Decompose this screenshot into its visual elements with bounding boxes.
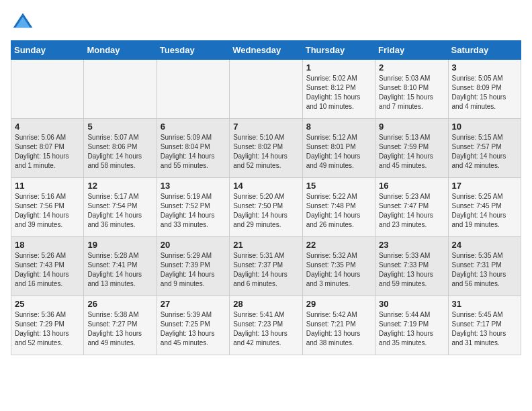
day-info: Sunrise: 5:35 AM Sunset: 7:31 PM Dayligh… xyxy=(452,251,517,289)
calendar-week-row: 1Sunrise: 5:02 AM Sunset: 8:12 PM Daylig… xyxy=(11,60,521,119)
day-number: 31 xyxy=(452,299,517,309)
day-number: 13 xyxy=(161,181,226,191)
calendar-cell: 14Sunrise: 5:20 AM Sunset: 7:50 PM Dayli… xyxy=(230,178,302,237)
calendar-cell: 30Sunrise: 5:44 AM Sunset: 7:19 PM Dayli… xyxy=(375,296,448,355)
day-info: Sunrise: 5:31 AM Sunset: 7:37 PM Dayligh… xyxy=(233,251,298,289)
day-number: 12 xyxy=(87,181,152,191)
day-number: 27 xyxy=(161,299,226,309)
calendar-cell: 25Sunrise: 5:36 AM Sunset: 7:29 PM Dayli… xyxy=(11,296,84,355)
day-number: 1 xyxy=(306,62,371,73)
day-number: 21 xyxy=(233,240,298,250)
calendar-cell: 19Sunrise: 5:28 AM Sunset: 7:41 PM Dayli… xyxy=(84,237,157,296)
day-info: Sunrise: 5:23 AM Sunset: 7:47 PM Dayligh… xyxy=(379,192,444,230)
calendar-cell: 15Sunrise: 5:22 AM Sunset: 7:48 PM Dayli… xyxy=(302,178,375,237)
day-number: 30 xyxy=(379,299,444,309)
calendar-cell: 9Sunrise: 5:13 AM Sunset: 7:59 PM Daylig… xyxy=(375,119,448,178)
day-number: 3 xyxy=(452,62,517,73)
calendar-cell: 13Sunrise: 5:19 AM Sunset: 7:52 PM Dayli… xyxy=(157,178,229,237)
calendar-cell: 5Sunrise: 5:07 AM Sunset: 8:06 PM Daylig… xyxy=(84,119,157,178)
day-number: 15 xyxy=(306,181,371,191)
day-number: 22 xyxy=(306,240,371,250)
day-number: 9 xyxy=(379,122,444,132)
day-number: 18 xyxy=(15,240,80,250)
calendar-cell: 26Sunrise: 5:38 AM Sunset: 7:27 PM Dayli… xyxy=(84,296,157,355)
day-info: Sunrise: 5:07 AM Sunset: 8:06 PM Dayligh… xyxy=(87,133,152,171)
day-number: 7 xyxy=(233,122,298,132)
weekday-header: Saturday xyxy=(448,41,521,60)
calendar-cell: 7Sunrise: 5:10 AM Sunset: 8:02 PM Daylig… xyxy=(230,119,302,178)
calendar-week-row: 11Sunrise: 5:16 AM Sunset: 7:56 PM Dayli… xyxy=(11,178,521,237)
calendar-cell: 2Sunrise: 5:03 AM Sunset: 8:10 PM Daylig… xyxy=(375,60,448,119)
calendar-cell: 20Sunrise: 5:29 AM Sunset: 7:39 PM Dayli… xyxy=(157,237,229,296)
day-info: Sunrise: 5:39 AM Sunset: 7:25 PM Dayligh… xyxy=(161,310,226,348)
day-info: Sunrise: 5:16 AM Sunset: 7:56 PM Dayligh… xyxy=(15,192,80,230)
day-number: 16 xyxy=(379,181,444,191)
day-number: 4 xyxy=(15,122,80,132)
weekday-header: Friday xyxy=(375,41,448,60)
weekday-header: Thursday xyxy=(302,41,375,60)
calendar-cell: 11Sunrise: 5:16 AM Sunset: 7:56 PM Dayli… xyxy=(11,178,84,237)
logo xyxy=(11,11,38,35)
day-number: 14 xyxy=(233,181,298,191)
calendar-table: SundayMondayTuesdayWednesdayThursdayFrid… xyxy=(11,40,521,355)
day-number: 28 xyxy=(233,299,298,309)
day-number: 5 xyxy=(87,122,152,132)
day-info: Sunrise: 5:32 AM Sunset: 7:35 PM Dayligh… xyxy=(306,251,371,289)
day-info: Sunrise: 5:38 AM Sunset: 7:27 PM Dayligh… xyxy=(87,310,152,348)
calendar-cell: 28Sunrise: 5:41 AM Sunset: 7:23 PM Dayli… xyxy=(230,296,302,355)
calendar-cell: 21Sunrise: 5:31 AM Sunset: 7:37 PM Dayli… xyxy=(230,237,302,296)
weekday-header: Tuesday xyxy=(157,41,229,60)
calendar-cell: 31Sunrise: 5:45 AM Sunset: 7:17 PM Dayli… xyxy=(448,296,521,355)
day-info: Sunrise: 5:36 AM Sunset: 7:29 PM Dayligh… xyxy=(15,310,80,348)
day-info: Sunrise: 5:12 AM Sunset: 8:01 PM Dayligh… xyxy=(306,133,371,171)
calendar-cell: 6Sunrise: 5:09 AM Sunset: 8:04 PM Daylig… xyxy=(157,119,229,178)
calendar-cell: 1Sunrise: 5:02 AM Sunset: 8:12 PM Daylig… xyxy=(302,60,375,119)
calendar-cell: 4Sunrise: 5:06 AM Sunset: 8:07 PM Daylig… xyxy=(11,119,84,178)
day-number: 19 xyxy=(87,240,152,250)
day-info: Sunrise: 5:29 AM Sunset: 7:39 PM Dayligh… xyxy=(161,251,226,289)
day-info: Sunrise: 5:10 AM Sunset: 8:02 PM Dayligh… xyxy=(233,133,298,171)
day-info: Sunrise: 5:26 AM Sunset: 7:43 PM Dayligh… xyxy=(15,251,80,289)
day-info: Sunrise: 5:02 AM Sunset: 8:12 PM Dayligh… xyxy=(306,74,371,111)
calendar-cell: 17Sunrise: 5:25 AM Sunset: 7:45 PM Dayli… xyxy=(448,178,521,237)
weekday-header: Sunday xyxy=(11,41,84,60)
weekday-header: Monday xyxy=(84,41,157,60)
day-info: Sunrise: 5:44 AM Sunset: 7:19 PM Dayligh… xyxy=(379,310,444,348)
day-number: 20 xyxy=(161,240,226,250)
calendar-cell: 3Sunrise: 5:05 AM Sunset: 8:09 PM Daylig… xyxy=(448,60,521,119)
calendar-cell xyxy=(230,60,302,119)
day-info: Sunrise: 5:25 AM Sunset: 7:45 PM Dayligh… xyxy=(452,192,517,230)
weekday-header: Wednesday xyxy=(230,41,302,60)
day-number: 2 xyxy=(379,62,444,73)
day-info: Sunrise: 5:09 AM Sunset: 8:04 PM Dayligh… xyxy=(161,133,226,171)
calendar-cell: 23Sunrise: 5:33 AM Sunset: 7:33 PM Dayli… xyxy=(375,237,448,296)
calendar-cell: 8Sunrise: 5:12 AM Sunset: 8:01 PM Daylig… xyxy=(302,119,375,178)
day-number: 23 xyxy=(379,240,444,250)
calendar-cell xyxy=(84,60,157,119)
logo-icon xyxy=(11,11,35,35)
calendar-cell: 22Sunrise: 5:32 AM Sunset: 7:35 PM Dayli… xyxy=(302,237,375,296)
calendar-week-row: 18Sunrise: 5:26 AM Sunset: 7:43 PM Dayli… xyxy=(11,237,521,296)
day-info: Sunrise: 5:41 AM Sunset: 7:23 PM Dayligh… xyxy=(233,310,298,348)
day-info: Sunrise: 5:15 AM Sunset: 7:57 PM Dayligh… xyxy=(452,133,517,171)
day-number: 24 xyxy=(452,240,517,250)
day-info: Sunrise: 5:42 AM Sunset: 7:21 PM Dayligh… xyxy=(306,310,371,348)
day-info: Sunrise: 5:03 AM Sunset: 8:10 PM Dayligh… xyxy=(379,74,444,111)
calendar-cell: 24Sunrise: 5:35 AM Sunset: 7:31 PM Dayli… xyxy=(448,237,521,296)
day-number: 25 xyxy=(15,299,80,309)
day-info: Sunrise: 5:06 AM Sunset: 8:07 PM Dayligh… xyxy=(15,133,80,171)
calendar-cell: 16Sunrise: 5:23 AM Sunset: 7:47 PM Dayli… xyxy=(375,178,448,237)
day-info: Sunrise: 5:13 AM Sunset: 7:59 PM Dayligh… xyxy=(379,133,444,171)
day-number: 11 xyxy=(15,181,80,191)
weekday-header-row: SundayMondayTuesdayWednesdayThursdayFrid… xyxy=(11,41,521,60)
calendar-cell: 18Sunrise: 5:26 AM Sunset: 7:43 PM Dayli… xyxy=(11,237,84,296)
calendar-cell: 29Sunrise: 5:42 AM Sunset: 7:21 PM Dayli… xyxy=(302,296,375,355)
calendar-cell: 27Sunrise: 5:39 AM Sunset: 7:25 PM Dayli… xyxy=(157,296,229,355)
day-number: 8 xyxy=(306,122,371,132)
day-info: Sunrise: 5:20 AM Sunset: 7:50 PM Dayligh… xyxy=(233,192,298,230)
day-info: Sunrise: 5:22 AM Sunset: 7:48 PM Dayligh… xyxy=(306,192,371,230)
calendar-week-row: 25Sunrise: 5:36 AM Sunset: 7:29 PM Dayli… xyxy=(11,296,521,355)
calendar-cell xyxy=(11,60,84,119)
calendar-cell xyxy=(157,60,229,119)
day-info: Sunrise: 5:17 AM Sunset: 7:54 PM Dayligh… xyxy=(87,192,152,230)
